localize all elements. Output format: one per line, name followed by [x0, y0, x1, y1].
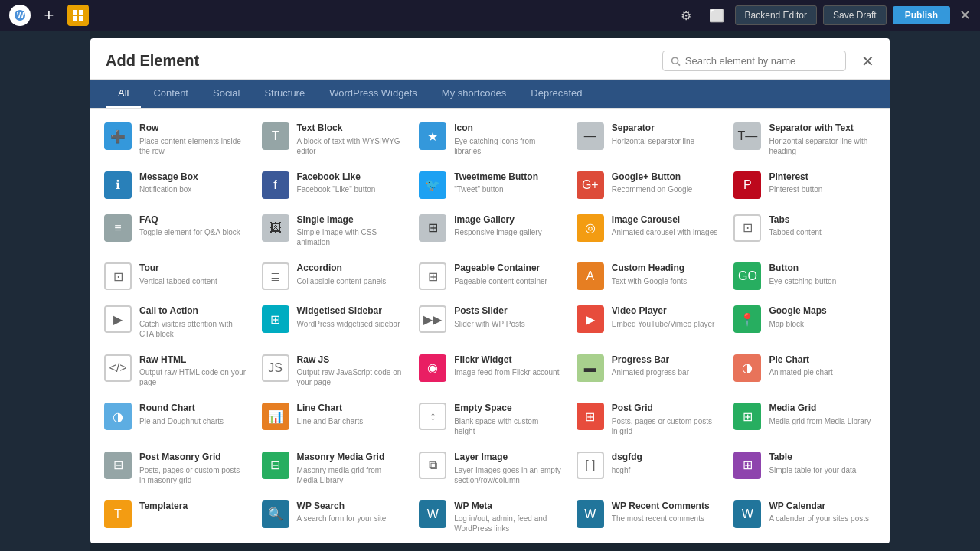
element-item[interactable]: 📊Line ChartLine and Bar charts — [254, 395, 412, 444]
modal-header: Add Element ✕ — [90, 38, 890, 80]
element-icon: GO — [733, 262, 761, 290]
element-desc: A block of text with WYSIWYG editor — [297, 136, 404, 156]
element-name: Progress Bar — [612, 354, 719, 367]
save-draft-button[interactable]: Save Draft — [823, 5, 887, 25]
element-name: Separator with Text — [769, 122, 876, 135]
element-name: Raw JS — [297, 354, 404, 367]
element-desc: Responsive image gallery — [454, 227, 561, 237]
element-icon: 📊 — [262, 403, 289, 430]
element-item[interactable]: ▶Video PlayerEmbed YouTube/Vimeo player — [569, 298, 727, 347]
tab-social[interactable]: Social — [201, 80, 252, 108]
tab-structure[interactable]: Structure — [252, 80, 317, 108]
element-item[interactable]: ℹMessage BoxNotification box — [96, 164, 254, 207]
element-name: Facebook Like — [297, 171, 404, 184]
element-item[interactable]: ◑Pie ChartAnimated pie chart — [726, 347, 884, 396]
tab-content[interactable]: Content — [141, 80, 201, 108]
publish-button[interactable]: Publish — [893, 6, 950, 24]
element-icon: T — [262, 122, 289, 150]
element-item[interactable]: ≣AccordionCollapsible content panels — [254, 255, 412, 298]
element-item[interactable]: JSRaw JSOutput raw JavaScript code on yo… — [254, 347, 412, 396]
element-desc: Line and Bar charts — [297, 416, 404, 426]
element-item[interactable]: 🐦Tweetmeme Button"Tweet" button — [411, 164, 569, 207]
element-desc: Embed YouTube/Vimeo player — [612, 319, 719, 329]
preview-icon[interactable]: ⬜ — [704, 3, 729, 28]
element-item[interactable]: TTemplatera — [96, 493, 254, 542]
element-item[interactable]: [ ]dsgfdghcghf — [569, 444, 727, 493]
element-icon: ◎ — [577, 214, 604, 242]
element-item[interactable]: WWP CalendarA calendar of your sites pos… — [726, 493, 884, 542]
element-item[interactable]: —SeparatorHorizontal separator line — [569, 115, 727, 164]
element-item[interactable]: WWP PagesYour sites WordPress Pages — [96, 541, 254, 543]
element-name: Text Block — [297, 122, 404, 135]
element-item[interactable]: ⊡TabsTabbed content — [726, 207, 884, 256]
element-icon: ⊞ — [262, 305, 289, 333]
element-desc: The most recent comments — [612, 514, 719, 523]
element-desc: Pinterest button — [769, 184, 876, 194]
element-icon: 🐦 — [419, 171, 446, 199]
element-item[interactable]: ⊡TourVertical tabbed content — [96, 255, 254, 298]
element-item[interactable]: 🖼Single ImageSimple image with CSS anima… — [254, 207, 412, 256]
element-name: Single Image — [297, 214, 404, 227]
modal-close-button[interactable]: ✕ — [861, 52, 874, 70]
element-name: Video Player — [612, 305, 719, 318]
element-item[interactable]: ◑Round ChartPie and Doughnut charts — [96, 395, 254, 444]
element-item[interactable]: ⊞Post GridPosts, pages or custom posts i… — [569, 395, 727, 444]
element-name: Accordion — [297, 262, 404, 275]
element-desc: Animated pie chart — [769, 367, 876, 377]
element-item[interactable]: ↕Empty SpaceBlank space with custom heig… — [411, 395, 569, 444]
element-item[interactable]: ⊞TableSimple table for your data — [726, 444, 884, 493]
element-desc: Facebook "Like" button — [297, 184, 404, 194]
add-button[interactable]: + — [38, 5, 60, 26]
element-icon: ◉ — [419, 354, 446, 382]
tab-deprecated[interactable]: Deprecated — [518, 80, 594, 108]
element-item[interactable]: ⊟Masonry Media GridMasonry media grid fr… — [254, 444, 412, 493]
settings-icon[interactable]: ⚙ — [674, 3, 698, 28]
element-item[interactable]: WWP Tag CloudYour most used tags in clou… — [254, 541, 412, 543]
search-input[interactable] — [685, 55, 838, 67]
modal-overlay: Add Element ✕ AllContentSocialStructureW… — [90, 31, 890, 551]
element-item[interactable]: ▬Progress BarAnimated progress bar — [569, 347, 727, 396]
element-item[interactable]: WWP MetaLog in/out, admin, feed and Word… — [411, 493, 569, 542]
element-item[interactable]: WWP Recent CommentsThe most recent comme… — [569, 493, 727, 542]
element-item[interactable]: ★IconEye catching icons from libraries — [411, 115, 569, 164]
element-item[interactable]: G+Google+ ButtonRecommend on Google — [569, 164, 727, 207]
element-name: dsgfdg — [612, 452, 719, 464]
element-item[interactable]: fFacebook LikeFacebook "Like" button — [254, 164, 412, 207]
element-item[interactable]: ⊟Post Masonry GridPosts, pages or custom… — [96, 444, 254, 493]
element-item[interactable]: T—Separator with TextHorizontal separato… — [726, 115, 884, 164]
element-item[interactable]: ⧉Layer ImageLayer Images goes in an empt… — [411, 444, 569, 493]
element-name: FAQ — [139, 214, 247, 227]
element-item[interactable]: PPinterestPinterest button — [726, 164, 884, 207]
element-item[interactable]: 📍Google MapsMap block — [726, 298, 884, 347]
backend-editor-button[interactable]: Backend Editor — [735, 5, 817, 25]
tab-wp_widgets[interactable]: WordPress Widgets — [317, 80, 430, 108]
element-item[interactable]: ⊞Media GridMedia grid from Media Library — [726, 395, 884, 444]
element-item[interactable]: 🔍WP SearchA search form for your site — [254, 493, 412, 542]
tab-all[interactable]: All — [106, 80, 141, 108]
element-item[interactable]: ▶Call to ActionCatch visitors attention … — [96, 298, 254, 347]
element-icon: T — [104, 500, 132, 528]
element-item[interactable]: ≡FAQToggle element for Q&A block — [96, 207, 254, 256]
element-item[interactable]: ◉Flickr WidgetImage feed from Flickr acc… — [411, 347, 569, 396]
element-icon: ⊡ — [104, 262, 132, 290]
element-item[interactable]: ⊞Pageable ContainerPageable content cont… — [411, 255, 569, 298]
element-item[interactable]: WWP Custom MenuUse this widget to add on… — [411, 541, 569, 543]
element-item[interactable]: ⊞Widgetised SidebarWordPress widgetised … — [254, 298, 412, 347]
element-icon: ⊞ — [733, 403, 761, 430]
element-item[interactable]: GOButtonEye catching button — [726, 255, 884, 298]
element-item[interactable]: ACustom HeadingText with Google fonts — [569, 255, 727, 298]
element-item[interactable]: TText BlockA block of text with WYSIWYG … — [254, 115, 412, 164]
element-name: Image Gallery — [454, 214, 561, 227]
element-item[interactable]: WWP Recent PostsThe most recent posts on… — [726, 541, 884, 543]
grid-icon[interactable] — [67, 5, 89, 26]
element-name: Empty Space — [454, 403, 561, 415]
element-item[interactable]: ▶▶Posts SliderSlider with WP Posts — [411, 298, 569, 347]
element-item[interactable]: WWP TextArbitrary text or HTML — [569, 541, 727, 543]
tab-my_shortcodes[interactable]: My shortcodes — [430, 80, 519, 108]
element-icon: ▬ — [577, 354, 604, 382]
toolbar-close-button[interactable]: ✕ — [959, 7, 971, 24]
element-item[interactable]: ◎Image CarouselAnimated carousel with im… — [569, 207, 727, 256]
element-item[interactable]: ⊞Image GalleryResponsive image gallery — [411, 207, 569, 256]
element-item[interactable]: ➕RowPlace content elements inside the ro… — [96, 115, 254, 164]
element-item[interactable]: </>Raw HTMLOutput raw HTML code on your … — [96, 347, 254, 396]
